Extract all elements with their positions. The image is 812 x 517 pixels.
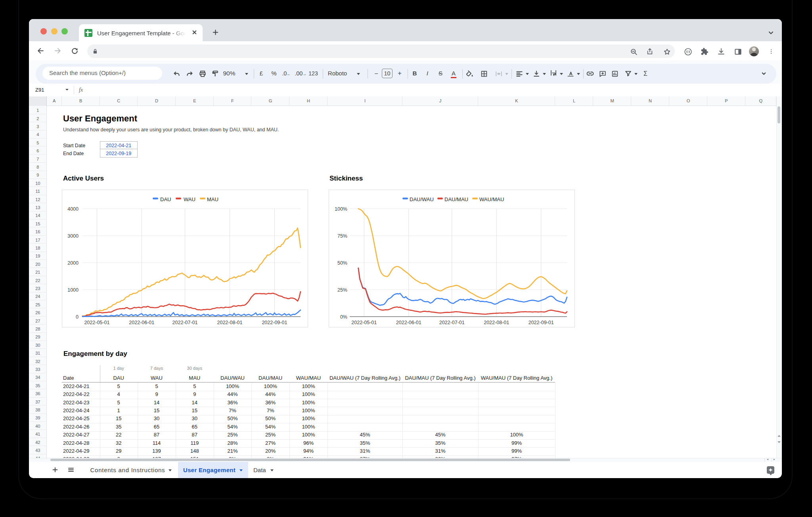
svg-text:2022-08-01: 2022-08-01 [217, 320, 243, 325]
svg-text:0: 0 [76, 314, 79, 320]
svg-text:50%: 50% [337, 260, 347, 266]
svg-text:2022-08-01: 2022-08-01 [484, 320, 509, 325]
svg-text:DAU/MAU: DAU/MAU [444, 196, 468, 202]
svg-text:0%: 0% [340, 314, 347, 320]
svg-text:2022-05-01: 2022-05-01 [351, 320, 377, 325]
svg-text:3000: 3000 [67, 233, 79, 239]
svg-text:2022-05-01: 2022-05-01 [84, 320, 109, 325]
svg-text:25%: 25% [337, 287, 347, 293]
svg-text:WAU/MAU: WAU/MAU [479, 196, 504, 202]
svg-text:1000: 1000 [67, 287, 79, 293]
svg-text:100%: 100% [335, 206, 347, 212]
svg-text:2022-06-01: 2022-06-01 [129, 320, 154, 325]
svg-text:75%: 75% [337, 233, 347, 239]
svg-text:DAU/WAU: DAU/WAU [410, 196, 434, 202]
svg-text:4000: 4000 [67, 206, 79, 212]
svg-text:2022-09-01: 2022-09-01 [262, 320, 287, 325]
svg-text:2022-07-01: 2022-07-01 [439, 320, 465, 325]
svg-text:DAU: DAU [160, 196, 171, 202]
svg-text:WAU: WAU [184, 196, 195, 202]
svg-text:2022-09-01: 2022-09-01 [529, 320, 554, 325]
svg-text:2022-07-01: 2022-07-01 [172, 320, 198, 325]
svg-text:2022-06-01: 2022-06-01 [396, 320, 421, 325]
svg-text:MAU: MAU [207, 196, 218, 202]
svg-text:2000: 2000 [67, 260, 79, 266]
